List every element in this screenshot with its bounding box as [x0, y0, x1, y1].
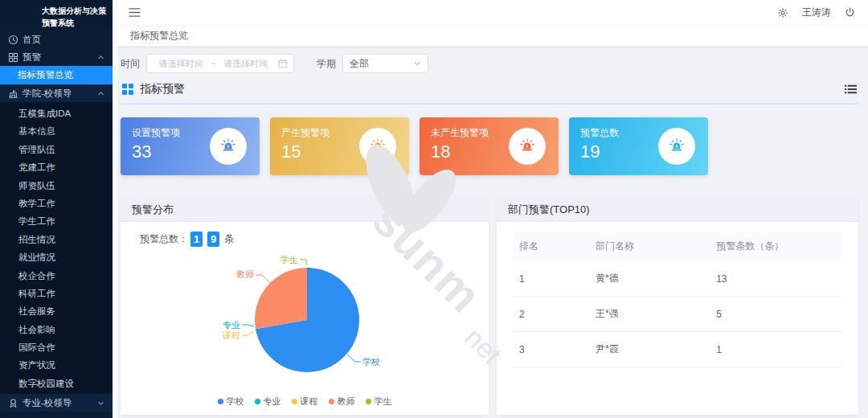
sidebar-item-indicator-overview[interactable]: 指标预警总览	[0, 66, 113, 84]
clock-icon	[8, 35, 18, 45]
list-view-icon[interactable]	[845, 84, 857, 94]
chevron-down-icon	[97, 400, 104, 407]
sidebar-item[interactable]: 数字校园建设	[0, 375, 113, 392]
table-cell: 黄*德	[589, 261, 710, 297]
sidebar-item[interactable]: 五横集成IDA	[0, 104, 113, 122]
sidebar-item-label: 首页	[23, 34, 41, 46]
table-cell: 1	[710, 332, 842, 367]
sidebar-item[interactable]: 管理队伍	[0, 141, 113, 158]
stat-card: 产生预警项 15	[270, 117, 409, 175]
legend-label: 专业	[264, 395, 281, 408]
top10-table: 排名 部门名称 预警条数（条） 1黄*德132王*强53尹*霞1	[513, 232, 842, 367]
column-header-count: 预警条数（条）	[710, 232, 842, 261]
table-row: 2王*强5	[513, 297, 842, 332]
icon-circle	[210, 128, 247, 165]
legend-label: 学生	[375, 395, 392, 408]
table-cell: 尹*霞	[589, 332, 710, 367]
menu-fold-icon[interactable]	[129, 7, 141, 18]
table-cell: 13	[710, 261, 842, 297]
sidebar-item[interactable]: 科研工作	[0, 285, 113, 302]
sidebar-item[interactable]: 社会服务	[0, 302, 113, 320]
start-date-input[interactable]	[153, 58, 209, 69]
grid-icon	[8, 52, 18, 63]
end-date-input[interactable]	[217, 58, 273, 69]
sidebar-item[interactable]: 教学工作	[0, 195, 113, 212]
term-filter-label: 学期	[317, 57, 336, 71]
badge-icon	[8, 398, 18, 408]
legend-dot	[366, 399, 371, 404]
pie-label-line	[256, 275, 270, 283]
chevron-down-icon	[413, 59, 421, 68]
range-separator: ~	[211, 59, 215, 68]
content: 时间 ~ 学期 全部 指标预警	[117, 54, 868, 415]
gear-icon[interactable]	[777, 7, 788, 18]
sidebar-item[interactable]: 就业情况	[0, 248, 113, 266]
sidebar-item-warning[interactable]: 预警	[0, 48, 113, 66]
topbar: 王涛涛	[117, 0, 868, 26]
table-row: 3尹*霞1	[513, 332, 842, 367]
pie-label: 学生	[280, 255, 298, 264]
legend-item[interactable]: 课程	[292, 395, 318, 408]
sidebar-item[interactable]: 资产状况	[0, 356, 113, 374]
legend-item[interactable]: 学校	[218, 395, 244, 408]
stat-card: 预警总数 19	[569, 117, 708, 175]
stat-card: 未产生预警项 18	[420, 117, 559, 175]
pie-label-line	[242, 331, 254, 335]
sidebar-item[interactable]: 国际合作	[0, 338, 113, 356]
legend-label: 教师	[338, 395, 355, 408]
sidebar-item[interactable]: 社会影响	[0, 321, 113, 338]
sidebar-group-college-leader[interactable]: 学院-校领导	[0, 84, 113, 102]
chevron-up-icon	[97, 90, 104, 97]
sidebar-item[interactable]: 学生工作	[0, 212, 113, 230]
table-cell: 3	[513, 332, 589, 367]
legend-dot	[329, 399, 334, 404]
section-title: 指标预警	[140, 82, 185, 96]
user-name[interactable]: 王涛涛	[802, 6, 831, 19]
sidebar-item-label: 专业-校领导	[23, 397, 72, 409]
sidebar-item[interactable]: 师资队伍	[0, 177, 113, 195]
alarm-icon	[219, 137, 237, 155]
column-header-rank: 排名	[513, 232, 589, 261]
table-cell: 2	[513, 297, 589, 332]
legend-label: 学校	[227, 395, 244, 408]
panel-title: 预警分布	[121, 198, 489, 222]
legend-item[interactable]: 专业	[255, 395, 281, 408]
main-area: 王涛涛 指标预警总览 时间 ~ 学期 全部	[117, 0, 868, 418]
table-cell: 5	[710, 297, 842, 332]
pie-legend: 学校专业课程教师学生	[121, 395, 489, 408]
app-title: 大数据分析与决策预警系统	[0, 0, 113, 31]
sidebar-scrollbar[interactable]	[113, 0, 117, 418]
sidebar-item[interactable]: 校企合作	[0, 267, 113, 285]
alarm-icon	[668, 137, 686, 155]
column-header-dept: 部门名称	[589, 232, 710, 261]
term-select[interactable]: 全部	[342, 54, 428, 73]
sidebar-item[interactable]: 基本信息	[0, 122, 113, 140]
calendar-icon	[278, 59, 288, 68]
icon-circle	[359, 128, 396, 165]
table-cell: 王*强	[589, 297, 710, 332]
sidebar-item[interactable]: 党建工作	[0, 158, 113, 176]
pie-chart: 学生 教师 专业 课程 学校	[121, 222, 489, 415]
panel-title: 部门预警(TOP10)	[497, 198, 858, 222]
pie-label-line	[242, 325, 254, 326]
table-header-row: 排名 部门名称 预警条数（条）	[513, 232, 842, 261]
legend-item[interactable]: 学生	[366, 395, 392, 408]
sidebar-group-major-leader[interactable]: 专业-校领导	[0, 394, 113, 412]
pie-label: 专业	[223, 320, 240, 330]
stat-card: 设置预警项 33	[121, 117, 260, 175]
table-cell: 1	[513, 261, 589, 297]
top10-tbody: 1黄*德132王*强53尹*霞1	[513, 261, 842, 367]
time-filter-label: 时间	[121, 57, 140, 71]
pie-label: 学校	[362, 357, 380, 367]
legend-dot	[218, 399, 223, 404]
date-range-picker[interactable]: ~	[146, 54, 294, 73]
power-icon[interactable]	[845, 7, 855, 18]
breadcrumb: 指标预警总览	[117, 26, 868, 47]
sidebar-item[interactable]: 招生情况	[0, 231, 113, 248]
pie-slice-teacher[interactable]	[255, 268, 307, 329]
legend-item[interactable]: 教师	[329, 395, 355, 408]
sidebar-item-home[interactable]: 首页	[0, 31, 113, 48]
legend-label: 课程	[301, 395, 318, 408]
alarm-icon	[518, 137, 536, 155]
table-row: 1黄*德13	[513, 261, 842, 297]
